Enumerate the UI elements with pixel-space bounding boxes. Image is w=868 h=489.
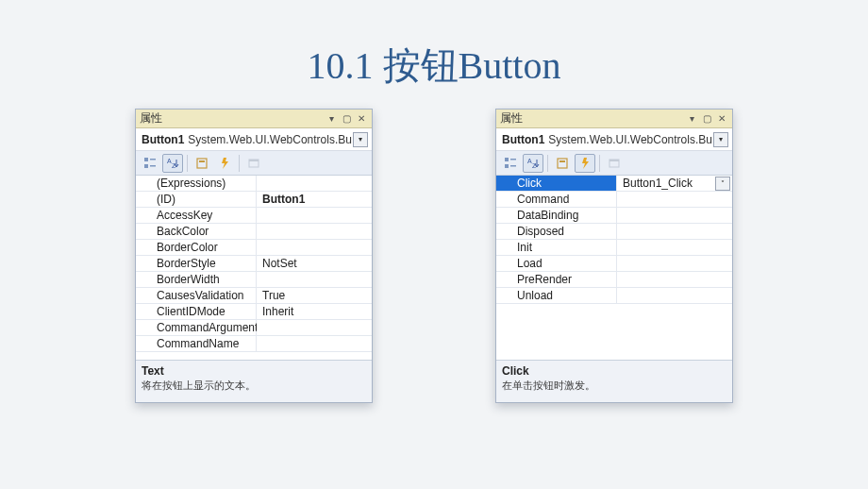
property-row[interactable]: CommandName <box>136 336 372 352</box>
property-row[interactable]: CausesValidationTrue <box>136 288 372 304</box>
property-row[interactable]: BorderWidth <box>136 272 372 288</box>
description-text: 将在按钮上显示的文本。 <box>142 378 366 393</box>
event-value[interactable] <box>617 256 732 272</box>
property-value[interactable]: NotSet <box>257 256 372 272</box>
property-name: BorderWidth <box>136 272 257 288</box>
svg-rect-9 <box>249 160 259 161</box>
svg-rect-19 <box>609 160 619 161</box>
property-row[interactable]: ClientIDModeInherit <box>136 304 372 320</box>
properties-panel-right: 属性 ▾ ▢ ✕ Button1 System.Web.UI.WebContro… <box>495 109 733 403</box>
object-type: System.Web.UI.WebControls.Bu <box>184 133 353 146</box>
property-name: AccessKey <box>136 208 257 224</box>
properties-icon[interactable] <box>192 154 212 173</box>
property-row[interactable]: (ID)Button1 <box>136 192 372 208</box>
property-value[interactable] <box>257 272 372 288</box>
event-row[interactable]: Init <box>496 240 732 256</box>
property-value[interactable]: Button1 <box>257 192 372 208</box>
window-position-icon[interactable]: ▢ <box>340 112 353 126</box>
titlebar-text: 属性 <box>140 110 323 126</box>
event-row[interactable]: ClickButton1_Click˅ <box>496 176 732 192</box>
alphabetical-icon[interactable]: AZ <box>523 154 543 173</box>
property-value[interactable]: Inherit <box>257 304 372 320</box>
event-name: Command <box>496 192 617 208</box>
events-icon[interactable] <box>575 154 595 173</box>
event-value[interactable] <box>617 224 732 240</box>
toolbar: AZ <box>496 151 732 176</box>
description-title: Text <box>142 364 366 378</box>
properties-icon[interactable] <box>552 154 573 173</box>
event-name: PreRender <box>496 272 617 288</box>
event-row[interactable]: Disposed <box>496 224 732 240</box>
event-row[interactable]: PreRender <box>496 272 732 288</box>
svg-rect-3 <box>150 165 156 167</box>
description-pane: Text 将在按钮上显示的文本。 <box>136 361 372 402</box>
property-value[interactable] <box>257 224 372 240</box>
property-name: BackColor <box>136 224 257 240</box>
event-value[interactable] <box>617 208 732 224</box>
event-name: Click <box>496 176 617 192</box>
categorized-icon[interactable] <box>140 154 160 173</box>
close-icon[interactable]: ✕ <box>355 112 368 126</box>
event-grid[interactable]: ClickButton1_Click˅CommandDataBindingDis… <box>496 176 732 361</box>
event-name: Init <box>496 240 617 256</box>
close-icon[interactable]: ✕ <box>715 112 728 126</box>
property-pages-icon <box>604 154 625 173</box>
event-value[interactable] <box>617 192 732 208</box>
autohide-pin-icon[interactable]: ▾ <box>325 112 338 126</box>
property-name: (ID) <box>136 192 257 208</box>
page-title: 10.1 按钮Button <box>0 40 868 92</box>
svg-rect-7 <box>199 160 205 162</box>
event-value[interactable] <box>617 240 732 256</box>
property-row[interactable]: AccessKey <box>136 208 372 224</box>
property-grid[interactable]: (Expressions)(ID)Button1AccessKeyBackCol… <box>136 176 372 361</box>
property-value[interactable] <box>257 320 372 336</box>
event-name: Unload <box>496 288 617 304</box>
titlebar: 属性 ▾ ▢ ✕ <box>136 110 372 128</box>
toolbar: AZ <box>136 151 372 176</box>
event-value[interactable] <box>617 288 732 304</box>
property-pages-icon <box>243 154 264 173</box>
events-icon[interactable] <box>214 154 235 173</box>
property-value[interactable] <box>257 240 372 256</box>
object-dropdown-icon[interactable]: ▾ <box>713 132 728 147</box>
property-value[interactable] <box>257 176 372 192</box>
titlebar-text: 属性 <box>500 110 683 126</box>
property-row[interactable]: BorderStyleNotSet <box>136 256 372 272</box>
description-text: 在单击按钮时激发。 <box>502 378 726 393</box>
categorized-icon[interactable] <box>500 154 521 173</box>
value-dropdown-icon[interactable]: ˅ <box>715 177 730 191</box>
property-value[interactable] <box>257 208 372 224</box>
property-row[interactable]: (Expressions) <box>136 176 372 192</box>
property-name: BorderStyle <box>136 256 257 272</box>
object-name: Button1 <box>142 133 184 146</box>
property-name: CausesValidation <box>136 288 257 304</box>
event-name: Load <box>496 256 617 272</box>
property-row[interactable]: CommandArgument <box>136 320 372 336</box>
property-value[interactable]: True <box>257 288 372 304</box>
object-name: Button1 <box>502 133 544 146</box>
toolbar-separator <box>547 155 548 172</box>
event-row[interactable]: Command <box>496 192 732 208</box>
property-row[interactable]: BorderColor <box>136 240 372 256</box>
object-selector[interactable]: Button1 System.Web.UI.WebControls.Bu ▾ <box>136 128 372 151</box>
autohide-pin-icon[interactable]: ▾ <box>685 112 698 126</box>
event-row[interactable]: Unload <box>496 288 732 304</box>
window-position-icon[interactable]: ▢ <box>700 112 713 126</box>
event-value[interactable]: Button1_Click˅ <box>617 176 732 192</box>
svg-rect-10 <box>505 158 509 161</box>
object-selector[interactable]: Button1 System.Web.UI.WebControls.Bu ▾ <box>496 128 732 151</box>
property-value[interactable] <box>257 336 372 352</box>
alphabetical-icon[interactable]: AZ <box>162 154 183 173</box>
property-name: (Expressions) <box>136 176 257 192</box>
event-row[interactable]: DataBinding <box>496 208 732 224</box>
svg-rect-16 <box>558 159 567 168</box>
property-row[interactable]: BackColor <box>136 224 372 240</box>
event-value[interactable] <box>617 272 732 288</box>
property-name: ClientIDMode <box>136 304 257 320</box>
object-dropdown-icon[interactable]: ▾ <box>353 132 368 147</box>
property-name: CommandName <box>136 336 257 352</box>
toolbar-separator <box>239 155 240 172</box>
description-pane: Click 在单击按钮时激发。 <box>496 361 732 402</box>
event-row[interactable]: Load <box>496 256 732 272</box>
titlebar: 属性 ▾ ▢ ✕ <box>496 110 732 128</box>
